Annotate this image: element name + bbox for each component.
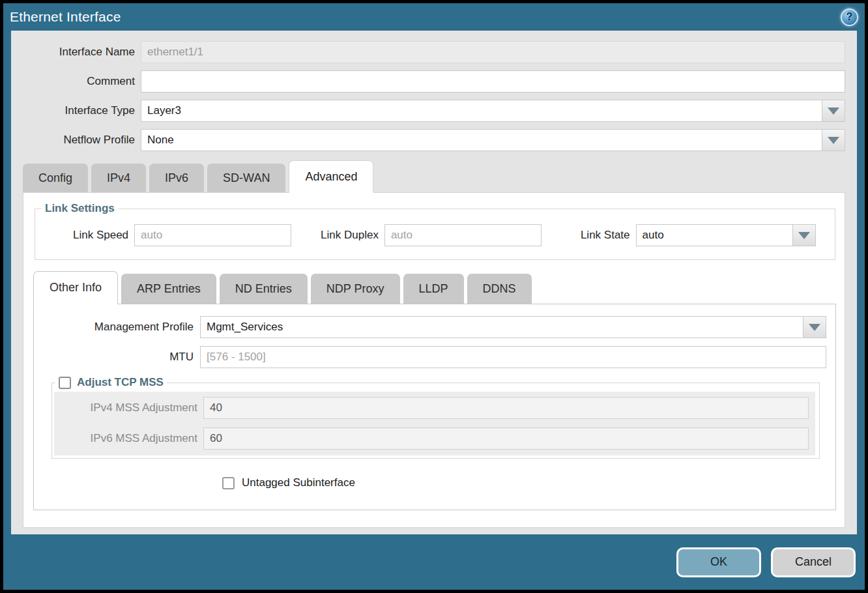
title-bar: Ethernet Interface ? <box>3 3 865 31</box>
ethernet-interface-dialog: Ethernet Interface ? Interface Name Comm… <box>3 3 865 590</box>
subtab-other-info[interactable]: Other Info <box>33 271 118 304</box>
interface-type-row: Interface Type <box>11 100 845 122</box>
dialog-title: Ethernet Interface <box>10 9 121 25</box>
management-profile-label: Management Profile <box>34 321 200 334</box>
adjust-tcp-mss-fieldset: Adjust TCP MSS IPv4 MSS Adjustment IPv6 … <box>51 376 820 459</box>
mss-disabled-area: IPv4 MSS Adjustment IPv6 MSS Adjustment <box>54 392 815 456</box>
tab-advanced[interactable]: Advanced <box>289 160 373 193</box>
chevron-down-icon <box>828 137 839 144</box>
sub-tab-bar: Other Info ARP Entries ND Entries NDP Pr… <box>33 271 845 304</box>
ipv4-mss-label: IPv4 MSS Adjustment <box>54 401 203 414</box>
ipv6-mss-input <box>203 427 809 450</box>
link-state-label: Link State <box>581 229 636 242</box>
ipv6-mss-label: IPv6 MSS Adjustment <box>54 432 203 445</box>
comment-row: Comment <box>11 70 845 93</box>
adjust-tcp-mss-legend: Adjust TCP MSS <box>55 376 167 389</box>
management-profile-dropdown-button[interactable] <box>803 316 826 338</box>
ipv4-mss-row: IPv4 MSS Adjustment <box>54 397 814 419</box>
advanced-tab-panel: Link Settings Link Speed Link Duplex Lin… <box>23 192 845 528</box>
dialog-body: Interface Name Comment Interface Type <box>11 31 857 534</box>
mtu-row: MTU <box>34 346 826 368</box>
ipv4-mss-input <box>203 397 809 419</box>
footer-bar: OK Cancel <box>3 534 865 590</box>
link-duplex-input[interactable] <box>384 224 542 246</box>
subtab-nd-entries[interactable]: ND Entries <box>220 274 308 304</box>
adjust-tcp-mss-checkbox[interactable] <box>59 377 71 389</box>
subtab-ndp-proxy[interactable]: NDP Proxy <box>311 274 400 304</box>
ipv6-mss-row: IPv6 MSS Adjustment <box>54 427 814 450</box>
main-tab-bar: Config IPv4 IPv6 SD-WAN Advanced <box>23 160 857 192</box>
management-profile-input[interactable] <box>200 316 803 338</box>
untagged-subinterface-row: Untagged Subinterface <box>222 476 835 489</box>
comment-label: Comment <box>11 75 141 88</box>
link-settings-fieldset: Link Settings Link Speed Link Duplex Lin… <box>35 202 835 260</box>
tab-ipv4[interactable]: IPv4 <box>91 164 146 192</box>
subtab-ddns[interactable]: DDNS <box>467 274 532 304</box>
help-icon[interactable]: ? <box>841 8 858 26</box>
link-settings-row: Link Speed Link Duplex Link State <box>35 224 835 246</box>
interface-name-input <box>141 41 845 63</box>
netflow-profile-row: Netflow Profile <box>11 129 845 151</box>
ok-button[interactable]: OK <box>676 547 761 577</box>
subtab-arp-entries[interactable]: ARP Entries <box>121 274 216 304</box>
tab-config[interactable]: Config <box>23 164 88 192</box>
tab-ipv6[interactable]: IPv6 <box>149 164 204 192</box>
chevron-down-icon <box>828 108 839 115</box>
link-state-input[interactable] <box>636 224 793 246</box>
mtu-label: MTU <box>34 351 200 364</box>
management-profile-row: Management Profile <box>34 316 826 338</box>
subtab-lldp[interactable]: LLDP <box>403 274 464 304</box>
link-speed-input[interactable] <box>134 224 291 246</box>
chevron-down-icon <box>809 324 820 331</box>
interface-type-label: Interface Type <box>11 104 141 117</box>
netflow-profile-dropdown-button[interactable] <box>822 129 845 151</box>
cancel-button[interactable]: Cancel <box>771 547 856 577</box>
interface-type-input[interactable] <box>141 100 822 122</box>
link-settings-legend: Link Settings <box>42 202 118 215</box>
other-info-panel: Management Profile MTU <box>33 304 836 510</box>
untagged-subinterface-checkbox[interactable] <box>222 477 235 489</box>
link-speed-label: Link Speed <box>73 229 134 242</box>
interface-name-label: Interface Name <box>11 46 141 59</box>
netflow-profile-label: Netflow Profile <box>11 134 141 147</box>
link-duplex-label: Link Duplex <box>321 229 384 242</box>
adjust-tcp-mss-label: Adjust TCP MSS <box>77 376 164 389</box>
interface-type-dropdown-button[interactable] <box>822 100 845 122</box>
tab-sd-wan[interactable]: SD-WAN <box>207 164 285 192</box>
link-state-dropdown-button[interactable] <box>792 224 816 246</box>
comment-input[interactable] <box>141 70 845 93</box>
netflow-profile-input[interactable] <box>141 129 822 151</box>
untagged-subinterface-label: Untagged Subinterface <box>242 476 355 489</box>
mtu-input[interactable] <box>200 346 826 368</box>
chevron-down-icon <box>798 232 810 239</box>
interface-name-row: Interface Name <box>11 41 845 63</box>
